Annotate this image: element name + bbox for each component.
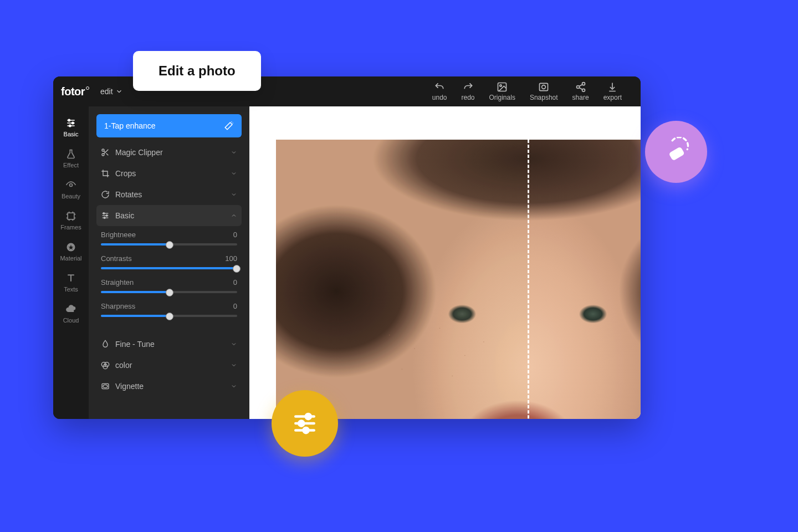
camera-icon (538, 81, 549, 93)
flask-icon (65, 149, 76, 160)
rail-texts[interactable]: Texts (53, 267, 89, 298)
svg-point-19 (102, 149, 104, 151)
app-window: fotor edit undo redo Originals Snapshot (53, 76, 641, 419)
tool-panel: 1-Tap enhance Magic Clipper Crops Rotate… (89, 106, 249, 419)
rail-material[interactable]: Material (53, 236, 89, 267)
svg-rect-16 (68, 213, 74, 219)
rail-beauty[interactable]: Beauty (53, 174, 89, 205)
tool-basic[interactable]: Basic (96, 205, 242, 226)
rail-effect[interactable]: Effect (53, 143, 89, 174)
fab-adjust[interactable] (272, 390, 338, 457)
enhance-button[interactable]: 1-Tap enhance (96, 114, 242, 137)
svg-point-29 (104, 217, 105, 219)
slider-sharpness[interactable]: Sharpness 0 (101, 302, 237, 317)
rail-beauty-label: Beauty (62, 193, 80, 200)
tool-rotates[interactable]: Rotates (96, 184, 242, 205)
svg-point-36 (306, 414, 311, 419)
chevron-up-icon (231, 212, 237, 219)
tool-vignette[interactable]: Vignette (96, 376, 242, 397)
enhance-label: 1-Tap enhance (104, 121, 156, 130)
svg-line-7 (579, 84, 582, 86)
tool-crops[interactable]: Crops (96, 163, 242, 184)
svg-rect-41 (668, 146, 684, 161)
rail-texts-label: Texts (64, 286, 78, 293)
rail-frames[interactable]: Frames (53, 205, 89, 236)
svg-point-38 (299, 421, 304, 426)
snapshot-label: Snapshot (530, 94, 558, 101)
crop-icon (101, 169, 110, 178)
tool-magic-clipper-label: Magic Clipper (115, 148, 225, 157)
slider-brightness-track[interactable] (101, 243, 237, 245)
vignette-icon (101, 382, 110, 391)
slider-straighten-label: Straighten (101, 278, 134, 287)
undo-icon (434, 81, 445, 93)
slider-sharpness-track[interactable] (101, 315, 237, 317)
rail-basic[interactable]: Basic (53, 112, 89, 143)
svg-line-23 (104, 151, 105, 152)
slider-straighten-track[interactable] (101, 291, 237, 293)
compare-divider[interactable] (528, 140, 529, 419)
rotate-icon (101, 190, 110, 199)
slider-brightness-value: 0 (233, 231, 237, 239)
share-button[interactable]: share (572, 81, 589, 101)
slider-brightness[interactable]: Brightneee 0 (101, 231, 237, 245)
slider-contrasts[interactable]: Contrasts 100 (101, 254, 237, 269)
svg-point-20 (102, 154, 104, 156)
tool-vignette-label: Vignette (115, 382, 225, 391)
magic-eraser-icon (661, 137, 691, 167)
tool-fine-tune[interactable]: Fine - Tune (96, 334, 242, 355)
slider-contrasts-value: 100 (225, 254, 237, 263)
rail-cloud-label: Cloud (63, 317, 79, 324)
scissors-icon (101, 148, 110, 157)
edit-menu[interactable]: edit (100, 87, 123, 96)
export-label: export (603, 94, 622, 101)
svg-point-34 (103, 385, 108, 387)
svg-point-13 (72, 122, 74, 124)
svg-point-4 (582, 83, 585, 85)
share-label: share (572, 94, 589, 101)
callout-edit-photo[interactable]: Edit a photo (133, 51, 261, 91)
slider-straighten[interactable]: Straighten 0 (101, 278, 237, 293)
tool-color-label: color (115, 361, 225, 370)
basic-sliders: Brightneee 0 Contrasts 100 Straighten (96, 226, 242, 334)
svg-line-22 (106, 154, 109, 156)
slider-contrasts-track[interactable] (101, 267, 237, 269)
svg-point-14 (69, 125, 71, 126)
photo-preview (276, 140, 641, 419)
originals-button[interactable]: Originals (489, 81, 515, 101)
chevron-down-icon (231, 191, 237, 198)
text-icon (65, 273, 76, 284)
share-icon (575, 81, 586, 93)
svg-point-12 (68, 119, 70, 121)
rail-frames-label: Frames (60, 224, 81, 231)
sliders-icon (65, 117, 76, 129)
undo-button[interactable]: undo (432, 81, 447, 101)
palette-icon (101, 361, 110, 370)
canvas[interactable] (249, 106, 641, 419)
svg-point-40 (304, 428, 309, 433)
eye-icon (65, 180, 76, 191)
chevron-down-icon (231, 341, 237, 347)
logo: fotor (61, 85, 85, 98)
export-button[interactable]: export (603, 81, 622, 101)
undo-label: undo (432, 94, 447, 101)
tool-magic-clipper[interactable]: Magic Clipper (96, 142, 242, 163)
slider-straighten-value: 0 (233, 278, 237, 287)
snapshot-button[interactable]: Snapshot (530, 81, 558, 101)
chevron-down-icon (231, 383, 237, 390)
rail-cloud[interactable]: Cloud (53, 298, 89, 329)
left-rail: Basic Effect Beauty Frames Material Text… (53, 106, 89, 419)
redo-button[interactable]: redo (462, 81, 475, 101)
tool-color[interactable]: color (96, 355, 242, 376)
tool-fine-tune-label: Fine - Tune (115, 340, 225, 349)
sliders-icon (291, 410, 319, 437)
slider-contrasts-label: Contrasts (101, 254, 132, 263)
svg-point-3 (542, 85, 546, 89)
tool-rotates-label: Rotates (115, 190, 225, 199)
svg-point-5 (576, 86, 579, 89)
cloud-icon (65, 304, 76, 315)
download-icon (607, 81, 618, 93)
fab-eraser[interactable] (645, 121, 707, 183)
main-area: Basic Effect Beauty Frames Material Text… (53, 106, 641, 419)
svg-point-6 (582, 89, 585, 91)
